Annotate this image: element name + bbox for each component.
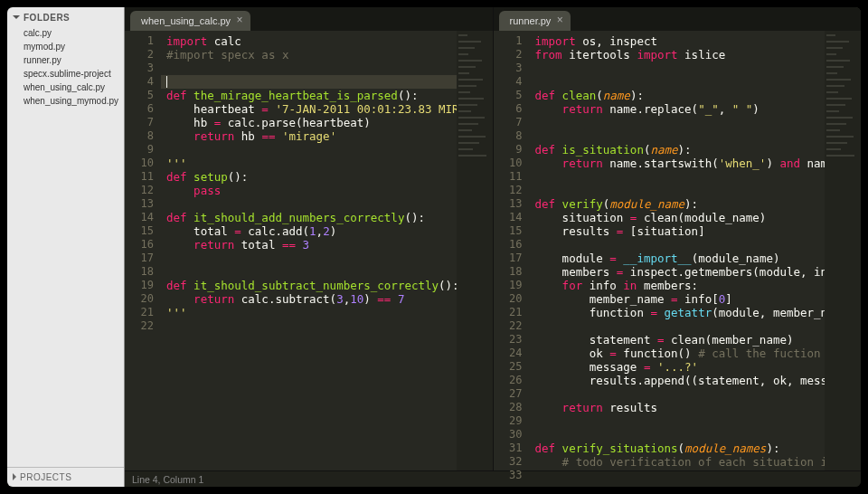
code-line: #import specx as x bbox=[166, 48, 453, 62]
line-number: 10 bbox=[125, 157, 161, 170]
line-number: 14 bbox=[125, 211, 161, 224]
code-line: function = getattr(module, member_name) bbox=[535, 306, 822, 319]
code-line: import os, inspect bbox=[535, 34, 822, 48]
line-number: 4 bbox=[494, 75, 530, 89]
editor-pane: when_using_calc.py×123456789101112131415… bbox=[125, 7, 493, 470]
tab-label: when_using_calc.py bbox=[141, 15, 231, 26]
code-line: results.append((statement, ok, message)) bbox=[535, 374, 822, 387]
code-line: message = '...?' bbox=[535, 360, 822, 374]
code-line: ok = function() # call the fuction bbox=[535, 347, 822, 360]
line-number: 30 bbox=[494, 428, 530, 442]
window-body: FOLDERS calc.pymymod.pyrunner.pyspecx.su… bbox=[7, 7, 861, 487]
sidebar-file[interactable]: calc.py bbox=[24, 26, 118, 40]
sidebar-projects-toggle[interactable]: PROJECTS bbox=[7, 467, 124, 487]
code-line: situation = clean(module_name) bbox=[535, 211, 822, 224]
sidebar-folders-label: FOLDERS bbox=[24, 13, 70, 23]
line-number: 3 bbox=[125, 62, 161, 75]
tab-label: runner.py bbox=[510, 15, 552, 26]
code-line bbox=[535, 319, 822, 333]
line-number: 10 bbox=[494, 157, 530, 170]
line-number: 2 bbox=[125, 48, 161, 62]
code-line: for info in members: bbox=[535, 279, 822, 292]
line-number: 25 bbox=[494, 360, 530, 374]
editor-panes: when_using_calc.py×123456789101112131415… bbox=[125, 7, 861, 470]
sidebar-file[interactable]: mymod.py bbox=[24, 40, 118, 53]
line-number: 21 bbox=[125, 306, 161, 319]
line-number: 15 bbox=[125, 224, 161, 238]
minimap[interactable] bbox=[825, 31, 861, 470]
line-number: 7 bbox=[125, 116, 161, 129]
editor: 1234567891011121314151617181920212223242… bbox=[494, 31, 862, 470]
code-area[interactable]: import calc#import specx as xdef the_mir… bbox=[161, 31, 457, 470]
line-number: 21 bbox=[494, 306, 530, 319]
line-number: 9 bbox=[125, 143, 161, 157]
code-line: def it_should_subtract_numbers_correctly… bbox=[166, 279, 453, 292]
code-line: def it_should_add_numbers_correctly(): bbox=[166, 211, 453, 224]
line-number: 14 bbox=[494, 211, 530, 224]
code-line: ''' bbox=[166, 157, 453, 170]
chevron-down-icon bbox=[13, 15, 20, 19]
code-line: return name.startswith('when_') and name… bbox=[535, 157, 822, 170]
line-number: 8 bbox=[494, 129, 530, 143]
code-line: heartbeat = '7-JAN-2011 00:01:23.83 MIR bbox=[166, 102, 453, 116]
status-cursor-pos: Line 4, Column 1 bbox=[132, 474, 203, 485]
chevron-right-icon bbox=[13, 473, 16, 480]
close-icon[interactable]: × bbox=[234, 14, 245, 25]
sidebar-file[interactable]: runner.py bbox=[24, 53, 118, 67]
line-number: 33 bbox=[494, 469, 530, 482]
line-number: 11 bbox=[125, 170, 161, 184]
line-number: 22 bbox=[125, 319, 161, 333]
code-line bbox=[535, 129, 822, 143]
line-number: 15 bbox=[494, 224, 530, 238]
sidebar-file[interactable]: specx.sublime-project bbox=[24, 67, 118, 81]
code-line: return name.replace("_", " ") bbox=[535, 102, 822, 116]
code-line: statement = clean(member_name) bbox=[535, 333, 822, 347]
code-line: ''' bbox=[166, 306, 453, 319]
code-line: members = inspect.getmembers(module, ins… bbox=[535, 265, 822, 279]
line-number: 6 bbox=[494, 102, 530, 116]
minimap[interactable] bbox=[457, 31, 493, 470]
code-line: return calc.subtract(3,10) == 7 bbox=[166, 292, 453, 306]
line-number: 16 bbox=[494, 238, 530, 252]
line-number: 4 bbox=[125, 75, 161, 89]
line-number: 3 bbox=[494, 62, 530, 75]
code-line: module = __import__(module_name) bbox=[535, 252, 822, 265]
close-icon[interactable]: × bbox=[554, 14, 565, 25]
line-number: 31 bbox=[494, 442, 530, 455]
line-number: 1 bbox=[125, 34, 161, 48]
line-number: 1 bbox=[494, 34, 530, 48]
line-number: 19 bbox=[125, 279, 161, 292]
code-line: def clean(name): bbox=[535, 89, 822, 102]
sidebar-file[interactable]: when_using_calc.py bbox=[24, 81, 118, 94]
code-line bbox=[535, 387, 822, 401]
line-number: 12 bbox=[125, 184, 161, 197]
line-number: 17 bbox=[494, 252, 530, 265]
code-line bbox=[166, 143, 453, 157]
line-number: 6 bbox=[125, 102, 161, 116]
line-number: 7 bbox=[494, 116, 530, 129]
editor-tab[interactable]: runner.py× bbox=[499, 11, 571, 31]
code-line: def setup(): bbox=[166, 170, 453, 184]
tab-bar: runner.py× bbox=[494, 7, 862, 31]
tab-bar: when_using_calc.py× bbox=[125, 7, 493, 31]
sidebar: FOLDERS calc.pymymod.pyrunner.pyspecx.su… bbox=[7, 7, 125, 487]
line-number: 26 bbox=[494, 374, 530, 387]
code-line: def the_mirage_heartbeat_is_parsed(): bbox=[166, 89, 453, 102]
code-line bbox=[166, 265, 453, 279]
line-number: 28 bbox=[494, 401, 530, 414]
editor-area: when_using_calc.py×123456789101112131415… bbox=[125, 7, 861, 487]
sidebar-folders-header[interactable]: FOLDERS bbox=[7, 7, 124, 26]
sidebar-file-list: calc.pymymod.pyrunner.pyspecx.sublime-pr… bbox=[7, 26, 124, 467]
code-line: member_name = info[0] bbox=[535, 292, 822, 306]
code-area[interactable]: import os, inspectfrom itertools import … bbox=[530, 31, 826, 470]
code-line bbox=[535, 428, 822, 442]
code-line: # todo verification of each situation in… bbox=[535, 455, 822, 469]
code-line bbox=[535, 62, 822, 75]
text-cursor bbox=[166, 76, 167, 88]
code-line: return map(verify, module_names) bbox=[535, 469, 822, 470]
code-line bbox=[166, 252, 453, 265]
line-number: 2 bbox=[494, 48, 530, 62]
editor-tab[interactable]: when_using_calc.py× bbox=[130, 11, 250, 31]
code-line bbox=[166, 319, 453, 333]
sidebar-file[interactable]: when_using_mymod.py bbox=[24, 94, 118, 108]
